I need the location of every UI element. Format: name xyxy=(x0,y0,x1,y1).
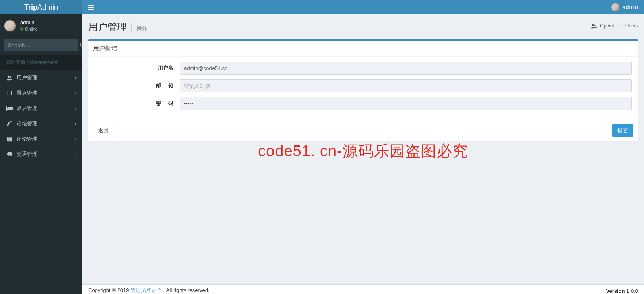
sidebar-item-forum[interactable]: 论坛管理 ‹ xyxy=(0,116,82,131)
sidebar-item-comments[interactable]: 评论管理 ‹ xyxy=(0,131,82,147)
username-label: 用户名 xyxy=(93,64,180,72)
breadcrumb: Operate › Users xyxy=(591,23,638,29)
page-subtitle: 操作 xyxy=(136,25,148,31)
sidebar-item-hotels[interactable]: 酒店管理 ‹ xyxy=(0,101,82,116)
book-icon xyxy=(6,90,13,96)
svg-rect-12 xyxy=(8,140,10,140)
users-icon xyxy=(6,75,13,81)
bars-icon xyxy=(88,5,94,10)
svg-rect-11 xyxy=(8,139,12,139)
avatar-icon xyxy=(4,20,16,32)
sidebar-item-users[interactable]: 用户管理 ‹ xyxy=(0,70,82,85)
email-label: 邮箱 xyxy=(93,82,180,89)
sidebar-item-spots[interactable]: 景点管理 ‹ xyxy=(0,85,82,101)
logo[interactable]: TripAdmin xyxy=(0,0,82,14)
sidebar-status: Online xyxy=(20,26,38,32)
users-icon xyxy=(591,23,597,29)
box-title: 用户新增 xyxy=(88,41,638,57)
logo-bold: Trip xyxy=(24,3,37,12)
avatar-icon xyxy=(611,3,619,11)
footer-version: Version 1.0.0 xyxy=(606,288,638,294)
sidebar-toggle[interactable] xyxy=(88,5,94,10)
svg-point-6 xyxy=(8,107,9,108)
breadcrumb-users: Users xyxy=(625,23,638,29)
sidebar-item-label: 用户管理 xyxy=(17,74,75,81)
svg-point-13 xyxy=(592,24,594,26)
password-input[interactable] xyxy=(180,97,632,110)
sidebar-item-label: 酒店管理 xyxy=(17,105,75,112)
sidebar-item-label: 交通管理 xyxy=(17,151,75,158)
logo-light: Admin xyxy=(37,3,58,12)
navbar-user[interactable]: admin xyxy=(611,3,638,11)
sidebar-item-label: 景点管理 xyxy=(17,89,75,97)
chevron-left-icon: ‹ xyxy=(75,137,76,141)
submit-button[interactable]: 提交 xyxy=(612,124,633,137)
sidebar-username: admin xyxy=(20,19,38,26)
search-box xyxy=(4,39,78,51)
svg-point-14 xyxy=(594,25,596,26)
username-input[interactable] xyxy=(180,62,632,75)
sidebar: admin Online 管理菜单 | Management 用户管理 ‹ 景点… xyxy=(0,14,82,294)
signal-icon xyxy=(6,121,13,126)
user-panel: admin Online xyxy=(0,14,82,37)
footer-login-link[interactable]: 管理员登录？ xyxy=(130,287,162,293)
svg-rect-5 xyxy=(6,108,13,110)
svg-point-3 xyxy=(10,77,12,78)
chevron-left-icon: ‹ xyxy=(75,152,76,157)
chevron-left-icon: ‹ xyxy=(75,91,76,95)
svg-rect-7 xyxy=(9,107,13,108)
sidebar-section-header: 管理菜单 | Management xyxy=(0,55,82,70)
footer: Copyright © 2019 管理员登录？ . All rights res… xyxy=(82,284,644,294)
note-icon xyxy=(6,136,13,142)
back-button[interactable]: 返回 xyxy=(93,124,114,137)
svg-point-8 xyxy=(8,125,8,126)
form-box: 用户新增 用户名 邮箱 密码 xyxy=(88,39,638,141)
chevron-left-icon: ‹ xyxy=(75,122,76,126)
chevron-left-icon: ‹ xyxy=(75,106,76,111)
footer-copyright: Copyright © 2019 xyxy=(88,287,130,293)
svg-point-2 xyxy=(8,76,10,78)
sidebar-item-label: 评论管理 xyxy=(17,135,75,143)
sidebar-item-label: 论坛管理 xyxy=(17,120,75,127)
page-title: 用户管理 | 操作 xyxy=(88,21,148,33)
status-dot-icon xyxy=(20,27,23,31)
breadcrumb-operate[interactable]: Operate xyxy=(600,23,617,29)
bed-icon xyxy=(6,106,13,111)
car-icon xyxy=(6,152,13,157)
svg-rect-10 xyxy=(8,138,12,138)
chevron-left-icon: ‹ xyxy=(75,76,76,80)
email-input[interactable] xyxy=(180,79,632,92)
password-label: 密码 xyxy=(93,100,180,107)
sidebar-item-traffic[interactable]: 交通管理 ‹ xyxy=(0,147,82,162)
footer-rights: . All rights reserved. xyxy=(163,287,210,293)
navbar-username: admin xyxy=(623,4,638,10)
search-input[interactable] xyxy=(4,42,80,48)
